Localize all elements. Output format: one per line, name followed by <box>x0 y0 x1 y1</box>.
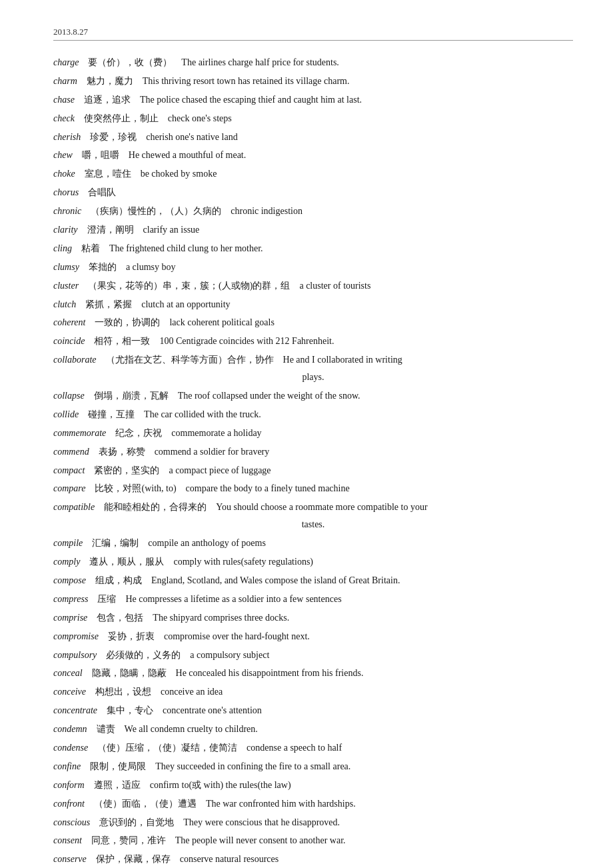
entry-word-compare: compare <box>53 483 85 493</box>
entry-compare: compare 比较，对照(with, to) compare the body… <box>53 480 573 497</box>
entry-compromise: compromise 妥协，折衷 compromise over the har… <box>53 628 573 645</box>
entry-cn-conceive: 构想出，设想 <box>95 687 151 697</box>
entry-cn-compact: 紧密的，坚实的 <box>94 465 159 475</box>
entry-example-cling: The frightened child clung to her mother… <box>109 243 263 253</box>
entry-coincide: coincide 相符，相一致 100 Centigrade coincides… <box>53 333 573 350</box>
entry-cn-commemorate: 纪念，庆祝 <box>115 428 162 438</box>
entry-commend: commend 表扬，称赞 commend a soldier for brav… <box>53 443 573 461</box>
entry-check: check 使突然停止，制止 check one's steps <box>53 110 573 127</box>
entry-cn-clarity: 澄清，阐明 <box>87 225 134 235</box>
entry-condemn: condemn 谴责 We all condemn cruelty to chi… <box>53 721 573 738</box>
entry-example-confine: They succeeded in confining the fire to … <box>155 761 350 771</box>
entry-cn-conserve: 保护，保藏，保存 <box>96 854 171 864</box>
entry-word-concentrate: concentrate <box>53 705 97 715</box>
entry-cn-confine: 限制，使局限 <box>90 761 146 771</box>
entry-word-coherent: coherent <box>53 317 85 327</box>
entry-word-conceal: conceal <box>53 668 83 678</box>
entry-compatible: compatible 能和睦相处的，合得来的 You should choose… <box>53 499 573 533</box>
entry-cn-compress: 压缩 <box>97 594 116 604</box>
entry-cn-chew: 嚼，咀嚼 <box>82 150 119 160</box>
entry-confront: confront （使）面临，（使）遭遇 The war confronted … <box>53 795 573 813</box>
content-area: charge 要（价），收（费） The airlines charge hal… <box>53 54 573 868</box>
entry-cn-comprise: 包含，包括 <box>97 613 143 623</box>
entry-conform: conform 遵照，适应 confirm to(或 with) the rul… <box>53 777 573 794</box>
entry-example-clarity: clarify an issue <box>143 225 200 235</box>
entry-clarity: clarity 澄清，阐明 clarify an issue <box>53 221 573 239</box>
entry-cn-coincide: 相符，相一致 <box>94 336 150 346</box>
entry-word-condense: condense <box>53 743 88 753</box>
entry-example-condemn: We all condemn cruelty to children. <box>125 724 258 734</box>
entry-cn-clumsy: 笨拙的 <box>89 262 117 272</box>
entry-example-charm: This thriving resort town has retained i… <box>143 76 350 86</box>
entry-chronic: chronic （疾病）慢性的，（人）久病的 chronic indigesti… <box>53 203 573 220</box>
entry-cn-clutch: 紧抓，紧握 <box>85 299 132 309</box>
entry-cn-cherish: 珍爱，珍视 <box>90 132 137 142</box>
entry-word-comprise: comprise <box>53 613 87 623</box>
entry-cluster: cluster （果实，花等的）串，束，簇；(人或物)的群，组 a cluste… <box>53 277 573 295</box>
entry-cn-condense: （使）压缩，（使）凝结，使简洁 <box>97 743 237 753</box>
entry-clumsy: clumsy 笨拙的 a clumsy boy <box>53 259 573 276</box>
entry-word-conceive: conceive <box>53 687 86 697</box>
entry-cn-conscious: 意识到的，自觉地 <box>99 817 174 827</box>
entry-example-compose: England, Scotland, and Wales compose the… <box>151 575 400 585</box>
entry-compose: compose 组成，构成 England, Scotland, and Wal… <box>53 572 573 589</box>
entry-example-compress: He compresses a lifetime as a soldier in… <box>125 594 341 604</box>
entry-example-conserve: conserve natural resources <box>180 854 279 864</box>
entry-collapse: collapse 倒塌，崩溃，瓦解 The roof collapsed und… <box>53 387 573 405</box>
entry-word-compress: compress <box>53 594 88 604</box>
entry-cn-commend: 表扬，称赞 <box>99 447 145 457</box>
entry-word-clarity: clarity <box>53 225 78 235</box>
entry-word-cluster: cluster <box>53 281 79 291</box>
entry-example-coincide: 100 Centigrade coincides with 212 Fahren… <box>159 336 334 346</box>
entry-cn-collapse: 倒塌，崩溃，瓦解 <box>94 391 169 401</box>
entry-word-compact: compact <box>53 465 85 475</box>
entry-example-chew: He chewed a mouthful of meat. <box>129 150 247 160</box>
entry-example-consent: The people will never consent to another… <box>175 835 346 845</box>
entry-cn-coherent: 一致的，协调的 <box>95 317 160 327</box>
entry-word-collaborate: collaborate <box>53 355 97 365</box>
entry-word-conform: conform <box>53 780 85 790</box>
entry-cn-condemn: 谴责 <box>97 724 115 734</box>
entry-example-collide: The car collided with the truck. <box>144 409 261 419</box>
entry-conserve: conserve 保护，保藏，保存 conserve natural resou… <box>53 851 573 868</box>
entry-charge: charge 要（价），收（费） The airlines charge hal… <box>53 54 573 71</box>
entry-collaborate: collaborate （尤指在文艺、科学等方面）合作，协作 He and I … <box>53 351 573 386</box>
entry-conceal: conceal 隐藏，隐瞒，隐蔽 He concealed his disapp… <box>53 665 573 682</box>
entry-word-choke: choke <box>53 169 75 179</box>
entry-cn-charge: 要（价），收（费） <box>88 57 172 67</box>
entry-example-comprise: The shipyard comprises three docks. <box>153 613 289 623</box>
entry-word-conserve: conserve <box>53 854 87 864</box>
entry-cling: cling 粘着 The frightened child clung to h… <box>53 240 573 257</box>
entry-example-conscious: They were conscious that he disapproved. <box>183 817 340 827</box>
entry-example-compromise: compromise over the hard-fought next. <box>164 631 310 641</box>
entry-example-check: check one's steps <box>168 113 232 123</box>
entry-word-cling: cling <box>53 243 72 253</box>
entry-cherish: cherish 珍爱，珍视 cherish one's native land <box>53 129 573 146</box>
entry-confine: confine 限制，使局限 They succeeded in confini… <box>53 758 573 775</box>
date-header: 2013.8.27 <box>53 27 573 41</box>
entry-choke: choke 室息，噎住 be choked by smoke <box>53 165 573 183</box>
entry-example-conform: confirm to(或 with) the rules(the law) <box>150 780 291 790</box>
entry-commemorate: commemorate 纪念，庆祝 commemorate a holiday <box>53 425 573 442</box>
entry-compulsory: compulsory 必须做的，义务的 a compulsory subject <box>53 647 573 664</box>
entry-word-collapse: collapse <box>53 391 85 401</box>
entry-cn-compile: 汇编，编制 <box>92 538 139 548</box>
entry-example-cherish: cherish one's native land <box>146 132 237 142</box>
entry-charm: charm 魅力，魔力 This thriving resort town ha… <box>53 73 573 90</box>
entry-word-check: check <box>53 113 75 123</box>
entry-word-compatible: compatible <box>53 502 95 512</box>
entry-cn-consent: 同意，赞同，准许 <box>91 835 166 845</box>
entry-cn-compare: 比较，对照(with, to) <box>95 483 176 493</box>
entry-cn-comply: 遵从，顺从，服从 <box>89 557 164 567</box>
entry-word-compulsory: compulsory <box>53 650 97 660</box>
entry-clutch: clutch 紧抓，紧握 clutch at an opportunity <box>53 296 573 313</box>
entry-word-clutch: clutch <box>53 299 76 309</box>
entry-cn-confront: （使）面临，（使）遭遇 <box>94 799 197 809</box>
entry-word-compose: compose <box>53 575 86 585</box>
entry-coherent: coherent 一致的，协调的 lack coherent political… <box>53 314 573 331</box>
entry-cn-conceal: 隐藏，隐瞒，隐蔽 <box>92 668 167 678</box>
entry-cn-chronic: （疾病）慢性的，（人）久病的 <box>91 206 221 216</box>
entry-word-commemorate: commemorate <box>53 428 106 438</box>
entry-example-commemorate: commemorate a holiday <box>171 428 261 438</box>
entry-chew: chew 嚼，咀嚼 He chewed a mouthful of meat. <box>53 147 573 164</box>
